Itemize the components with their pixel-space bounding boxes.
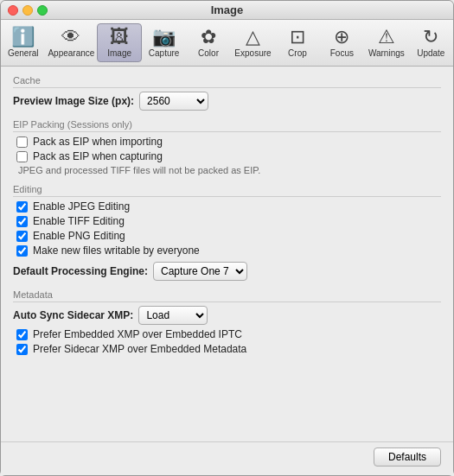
- titlebar: Image: [1, 1, 453, 20]
- metadata-item-0: Prefer Embedded XMP over Embedded IPTC: [13, 328, 441, 340]
- make-writable-checkbox[interactable]: [16, 245, 28, 257]
- engine-row: Default Processing Engine: Capture One 7…: [13, 262, 441, 281]
- content-area: Cache Preview Image Size (px): 2560 1920…: [1, 67, 453, 441]
- cache-section: Cache Preview Image Size (px): 2560 1920…: [13, 75, 441, 111]
- metadata-item-1: Prefer Sidecar XMP over Embedded Metadat…: [13, 343, 441, 355]
- toolbar-item-crop[interactable]: ⊡ Crop: [275, 23, 319, 62]
- metadata-section-title: Metadata: [13, 289, 441, 302]
- enable-jpeg-checkbox[interactable]: [16, 201, 28, 213]
- toolbar-item-focus[interactable]: ⊕ Focus: [320, 23, 364, 62]
- editing-section: Editing Enable JPEG Editing Enable TIFF …: [13, 184, 441, 281]
- appearance-icon: 👁: [61, 28, 80, 47]
- prefer-xmp-iptc-label: Prefer Embedded XMP over Embedded IPTC: [33, 328, 242, 340]
- main-window: Image ℹ️ General 👁 Appearance 🖼 Image 📷 …: [0, 0, 454, 476]
- prefer-xmp-iptc-checkbox[interactable]: [16, 329, 28, 340]
- toolbar: ℹ️ General 👁 Appearance 🖼 Image 📷 Captur…: [1, 20, 453, 67]
- toolbar-item-warnings[interactable]: ⚠ Warnings: [364, 23, 408, 62]
- pack-import-label: Pack as EIP when importing: [33, 136, 163, 148]
- capture-icon: 📷: [152, 28, 176, 47]
- toolbar-label-crop: Crop: [288, 48, 307, 58]
- prefer-sidecar-xmp-label: Prefer Sidecar XMP over Embedded Metadat…: [33, 343, 246, 355]
- toolbar-label-general: General: [8, 48, 39, 58]
- editing-item-0: Enable JPEG Editing: [13, 200, 441, 213]
- editing-item-1: Enable TIFF Editing: [13, 215, 441, 227]
- cache-section-title: Cache: [13, 75, 441, 88]
- toolbar-item-color[interactable]: ✿ Color: [186, 23, 230, 62]
- eip-note: JPEG and processed TIFF files will not b…: [13, 165, 441, 175]
- enable-png-label: Enable PNG Editing: [33, 230, 125, 242]
- enable-tiff-label: Enable TIFF Editing: [33, 215, 125, 227]
- sync-label: Auto Sync Sidecar XMP:: [13, 309, 133, 321]
- warnings-icon: ⚠: [378, 28, 395, 47]
- preview-size-select[interactable]: 2560 1920 1280 640: [139, 92, 208, 111]
- update-icon: ↻: [423, 28, 438, 47]
- toolbar-item-capture[interactable]: 📷 Capture: [142, 23, 186, 62]
- pack-capture-label: Pack as EIP when capturing: [33, 150, 163, 162]
- toolbar-label-color: Color: [198, 48, 219, 58]
- color-icon: ✿: [201, 28, 216, 47]
- sync-row: Auto Sync Sidecar XMP: Load Save Off: [13, 306, 441, 325]
- footer: Defaults: [1, 441, 453, 475]
- editing-item-2: Enable PNG Editing: [13, 230, 441, 242]
- defaults-button[interactable]: Defaults: [374, 447, 441, 466]
- pack-capture-row: Pack as EIP when capturing: [13, 150, 441, 162]
- sync-select[interactable]: Load Save Off: [138, 306, 208, 325]
- pack-capture-checkbox[interactable]: [16, 151, 28, 162]
- toolbar-label-image: Image: [107, 48, 131, 58]
- general-icon: ℹ️: [11, 28, 35, 47]
- editing-section-title: Editing: [13, 184, 441, 197]
- toolbar-label-appearance: Appearance: [48, 48, 94, 58]
- toolbar-label-exposure: Exposure: [234, 48, 271, 58]
- make-writable-label: Make new files writable by everyone: [33, 244, 200, 257]
- image-icon: 🖼: [110, 28, 129, 47]
- pack-import-row: Pack as EIP when importing: [13, 136, 441, 148]
- preview-size-label: Preview Image Size (px):: [13, 95, 134, 107]
- focus-icon: ⊕: [334, 28, 349, 47]
- editing-item-3: Make new files writable by everyone: [13, 244, 441, 257]
- enable-jpeg-label: Enable JPEG Editing: [33, 200, 130, 213]
- toolbar-label-warnings: Warnings: [368, 48, 405, 58]
- pack-import-checkbox[interactable]: [16, 136, 28, 148]
- toolbar-label-focus: Focus: [330, 48, 354, 58]
- enable-png-checkbox[interactable]: [16, 231, 28, 242]
- engine-select[interactable]: Capture One 7 Capture One 6 Capture One …: [153, 262, 247, 281]
- crop-icon: ⊡: [290, 28, 305, 47]
- toolbar-item-image[interactable]: 🖼 Image: [97, 23, 141, 62]
- eip-section: EIP Packing (Sessions only) Pack as EIP …: [13, 119, 441, 175]
- toolbar-item-appearance[interactable]: 👁 Appearance: [45, 23, 97, 62]
- toolbar-item-update[interactable]: ↻ Update: [409, 23, 453, 62]
- metadata-section: Metadata Auto Sync Sidecar XMP: Load Sav…: [13, 289, 441, 355]
- enable-tiff-checkbox[interactable]: [16, 216, 28, 227]
- preview-size-row: Preview Image Size (px): 2560 1920 1280 …: [13, 92, 441, 111]
- toolbar-item-exposure[interactable]: △ Exposure: [231, 23, 275, 62]
- window-title: Image: [1, 3, 453, 16]
- toolbar-label-update: Update: [417, 48, 444, 58]
- toolbar-label-capture: Capture: [149, 48, 180, 58]
- engine-label: Default Processing Engine:: [13, 265, 148, 277]
- toolbar-item-general[interactable]: ℹ️ General: [1, 23, 45, 62]
- exposure-icon: △: [246, 28, 260, 47]
- eip-section-title: EIP Packing (Sessions only): [13, 119, 441, 132]
- prefer-sidecar-xmp-checkbox[interactable]: [16, 344, 28, 355]
